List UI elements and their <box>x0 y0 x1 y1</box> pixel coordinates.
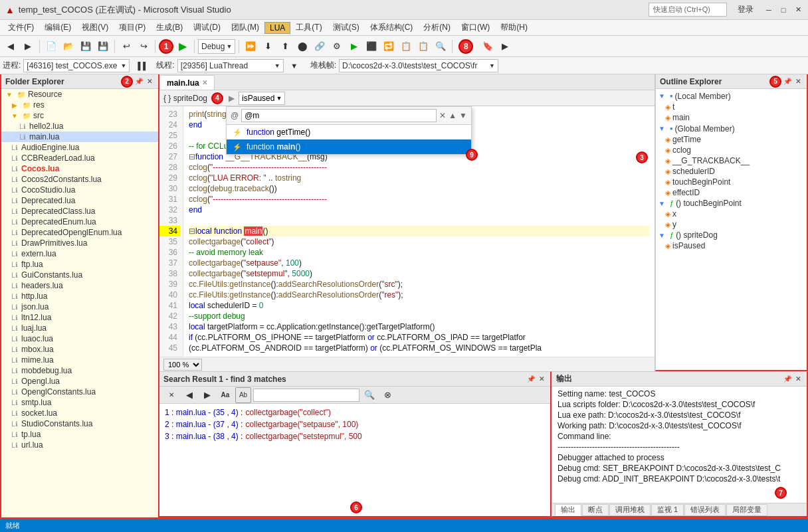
tree-guiconst[interactable]: Lℹ GuiConstants.lua <box>1 270 158 280</box>
ac-up-arrow[interactable]: ▲ <box>449 111 456 120</box>
bottom-tab-locals[interactable]: 局部变量 <box>726 504 767 516</box>
tree-hello2[interactable]: Lℹ hello2.lua <box>1 121 158 132</box>
outline-global-member[interactable]: ▼ ▪ (Global Member) <box>656 123 807 134</box>
outline-ispaused[interactable]: ◈ isPaused <box>656 240 807 251</box>
tree-mbox[interactable]: Lℹ mbox.lua <box>1 344 158 355</box>
tb-save-all-button[interactable]: 💾 <box>95 39 111 54</box>
tree-deprecated[interactable]: Lℹ Deprecated.lua <box>1 195 158 206</box>
search-close-button[interactable]: ✕ <box>537 375 546 384</box>
tb-settings[interactable]: ⚙ <box>329 39 345 54</box>
close-button[interactable]: ✕ <box>793 5 803 15</box>
tb-next-bookmark[interactable]: ▶ <box>497 39 513 54</box>
tb-step-into[interactable]: ⬇ <box>260 39 276 54</box>
debug-pause-btn[interactable]: ▐▐ <box>132 58 148 74</box>
tb-copy[interactable]: 📋 <box>398 39 414 54</box>
tab-main-lua[interactable]: main.lua ✕ <box>159 75 215 90</box>
thread-dropdown[interactable]: [29356] LuaThread ▼ <box>177 59 284 72</box>
tb-bookmark[interactable]: 🔖 <box>480 39 496 54</box>
tb-save-button[interactable]: 💾 <box>78 39 94 54</box>
tree-main-lua[interactable]: Lℹ main.lua <box>1 132 158 142</box>
tree-tp[interactable]: Lℹ tp.lua <box>1 429 158 440</box>
bottom-tab-breakpoints[interactable]: 断点 <box>582 504 609 516</box>
maximize-button[interactable]: □ <box>779 5 788 15</box>
search-pin-button[interactable]: 📌 <box>526 375 536 384</box>
tb-attach[interactable]: 🔗 <box>312 39 328 54</box>
outline-local-member[interactable]: ▼ ▪ (Local Member) <box>656 90 807 102</box>
tb-breakpoint[interactable]: ⬤ <box>294 39 310 54</box>
ac-item-main[interactable]: ⚡ function main() 9 <box>227 139 471 154</box>
tree-socket[interactable]: Lℹ socket.lua <box>1 408 158 418</box>
bottom-tab-errorlist[interactable]: 错误列表 <box>684 504 726 516</box>
tb-paste[interactable]: 📋 <box>415 39 431 54</box>
menu-debug[interactable]: 调试(D) <box>188 21 226 35</box>
breadcrumb-ispaused-dropdown[interactable]: isPaused ▼ <box>239 92 285 105</box>
tree-cocostudio[interactable]: Lℹ CocoStudio.lua <box>1 185 158 195</box>
tree-deprclass[interactable]: Lℹ DeprecatedClass.lua <box>1 206 158 217</box>
tree-depropenum[interactable]: Lℹ DeprecatedOpenglEnum.lua <box>1 227 158 238</box>
stack-dropdown[interactable]: D:\cocos2d-x-3.0\tests\test_COCOS\fr ▼ <box>339 59 498 72</box>
filter-btn[interactable]: ▼ <box>286 58 302 74</box>
menu-view[interactable]: 视图(V) <box>76 21 114 35</box>
zoom-select[interactable]: 100 % 75 % 150 % <box>163 359 202 371</box>
search-prev-btn[interactable]: ◀ <box>181 387 197 403</box>
search-input[interactable] <box>253 389 359 402</box>
bottom-tab-callstack[interactable]: 调用堆栈 <box>609 504 651 516</box>
tb-new-button[interactable]: 📄 <box>43 39 59 54</box>
menu-tools[interactable]: 工具(T) <box>290 21 327 35</box>
search-loc-2[interactable]: 2 : main.lua - (37 , 4) : <box>165 420 243 429</box>
bottom-tab-output[interactable]: 输出 <box>555 504 581 516</box>
minimize-button[interactable]: ─ <box>764 5 773 15</box>
menu-lua[interactable]: LUA <box>264 22 290 34</box>
tree-extern[interactable]: Lℹ extern.lua <box>1 248 158 259</box>
search-input-title[interactable]: 快速启动 (Ctrl+Q) <box>649 3 727 17</box>
tb-restart[interactable]: 🔁 <box>381 39 397 54</box>
outline-close-button[interactable]: ✕ <box>793 77 803 86</box>
tree-cocos[interactable]: Lℹ Cocos.lua <box>1 163 158 174</box>
menu-window[interactable]: 窗口(W) <box>456 21 495 35</box>
outline-pin-button[interactable]: 📌 <box>783 77 792 86</box>
outline-effectid[interactable]: ◈ effectID <box>656 187 807 198</box>
tb-back-button[interactable]: ◀ <box>3 39 19 54</box>
outline-schedulerid[interactable]: ◈ schedulerID <box>656 166 807 177</box>
search-loc-1[interactable]: 1 : main.lua - (35 , 4) : <box>165 408 243 417</box>
menu-analyze[interactable]: 分析(N) <box>418 21 456 35</box>
menu-test[interactable]: 测试(S) <box>328 21 365 35</box>
bottom-tab-watch1[interactable]: 监视 1 <box>651 504 684 516</box>
tree-audio[interactable]: Lℹ AudioEngine.lua <box>1 142 158 153</box>
outline-spritedog-func[interactable]: ▼ ƒ () spriteDog <box>656 230 807 240</box>
tree-luaj[interactable]: Lℹ luaj.lua <box>1 323 158 333</box>
search-clear-btn[interactable]: ⊗ <box>379 387 395 403</box>
search-go-btn[interactable]: 🔍 <box>361 387 377 403</box>
menu-file[interactable]: 文件(F) <box>3 21 39 35</box>
outline-y[interactable]: ◈ y <box>656 219 807 230</box>
tree-studioconst[interactable]: Lℹ StudioConstants.lua <box>1 418 158 429</box>
output-pin-button[interactable]: 📌 <box>783 375 792 384</box>
search-next-btn[interactable]: ▶ <box>199 387 215 403</box>
pin-button[interactable]: 📌 <box>134 77 144 86</box>
tree-luaoc[interactable]: Lℹ luaoc.lua <box>1 333 158 344</box>
tb-open-button[interactable]: 📂 <box>60 39 76 54</box>
tab-close-main[interactable]: ✕ <box>202 79 207 86</box>
tree-ltn12[interactable]: Lℹ ltn12.lua <box>1 312 158 323</box>
tb-undo-button[interactable]: ↩ <box>118 39 134 54</box>
tb-redo-button[interactable]: ↪ <box>136 39 152 54</box>
menu-edit[interactable]: 编辑(E) <box>39 21 76 35</box>
tree-http[interactable]: Lℹ http.lua <box>1 291 158 302</box>
tree-openglconst[interactable]: Lℹ OpenglConstants.lua <box>1 387 158 397</box>
search-loc-3[interactable]: 3 : main.lua - (38 , 4) : <box>165 432 243 441</box>
code-area[interactable]: 23 24 25 26 27 28 29 30 31 32 33 34 35 3… <box>159 106 655 357</box>
tree-smtp[interactable]: Lℹ smtp.lua <box>1 397 158 408</box>
search-wholeword-btn[interactable]: Ab <box>235 387 251 403</box>
tb-step-over[interactable]: ⏩ <box>243 39 258 54</box>
tb-stop[interactable]: ⬛ <box>363 39 379 54</box>
search-close-btn[interactable]: ✕ <box>163 387 179 403</box>
outline-touchbeginpoint-func[interactable]: ▼ ƒ () touchBeginPoint <box>656 198 807 209</box>
outline-trackback[interactable]: ◈ __G_TRACKBACK__ <box>656 155 807 166</box>
ac-close-button[interactable]: ✕ <box>439 111 446 120</box>
menu-project[interactable]: 项目(P) <box>114 21 151 35</box>
tree-src[interactable]: ▼ 📁 src <box>1 110 158 121</box>
tree-json[interactable]: Lℹ json.lua <box>1 302 158 312</box>
menu-build[interactable]: 生成(B) <box>151 21 188 35</box>
breadcrumb-spritedog[interactable]: { } spriteDog <box>163 94 207 103</box>
outline-t[interactable]: ◈ t <box>656 102 807 112</box>
